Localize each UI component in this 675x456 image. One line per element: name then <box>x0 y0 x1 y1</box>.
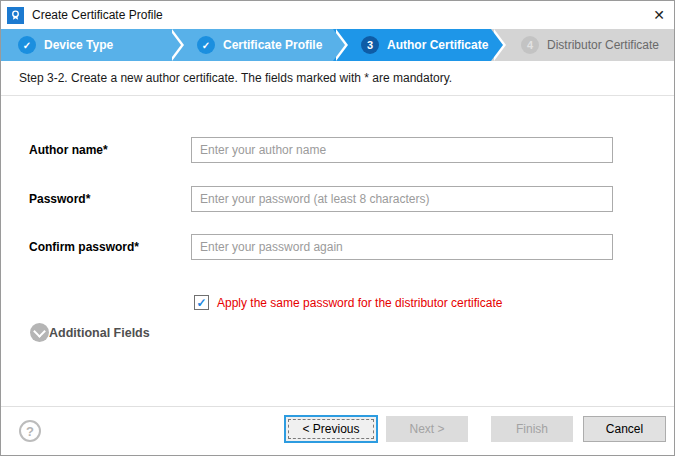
step-number-badge: 4 <box>521 36 539 54</box>
confirm-password-input[interactable] <box>191 234 613 260</box>
password-label: Password* <box>29 192 90 206</box>
next-button: Next > <box>386 416 468 442</box>
password-input[interactable] <box>191 186 613 212</box>
step-label: Distributor Certificate <box>547 38 659 52</box>
author-name-label: Author name* <box>29 143 108 157</box>
chevron-down-icon[interactable] <box>30 323 49 342</box>
finish-button: Finish <box>491 416 573 442</box>
instruction-text: Step 3-2. Create a new author certificat… <box>1 61 674 96</box>
additional-fields-label: Additional Fields <box>49 326 150 340</box>
window-title: Create Certificate Profile <box>32 8 163 22</box>
step-author-certificate: 3 Author Certificate <box>333 29 491 61</box>
step-device-type: ✓ Device Type <box>1 29 169 61</box>
step-check-icon: ✓ <box>18 36 36 54</box>
step-certificate-profile: ✓ Certificate Profile <box>169 29 333 61</box>
help-icon[interactable]: ? <box>19 420 41 442</box>
step-label: Author Certificate <box>387 38 488 52</box>
step-check-icon: ✓ <box>197 36 215 54</box>
wizard-steps: ✓ Device Type ✓ Certificate Profile 3 Au… <box>1 29 674 61</box>
create-certificate-profile-dialog: Create Certificate Profile ✕ ✓ Device Ty… <box>0 0 675 456</box>
confirm-password-label: Confirm password* <box>29 240 139 254</box>
same-password-checkbox[interactable]: ✓ <box>194 295 209 310</box>
same-password-label[interactable]: Apply the same password for the distribu… <box>217 296 502 310</box>
close-icon[interactable]: ✕ <box>644 3 674 27</box>
step-distributor-certificate: 4 Distributor Certificate <box>491 29 674 61</box>
title-bar: Create Certificate Profile ✕ <box>1 1 674 29</box>
cancel-button[interactable]: Cancel <box>583 416 666 442</box>
additional-fields-expander[interactable]: Additional Fields <box>30 323 150 342</box>
certificate-badge-icon <box>7 7 24 24</box>
step-label: Certificate Profile <box>223 38 322 52</box>
previous-button[interactable]: < Previous <box>284 415 378 443</box>
same-password-row: ✓ Apply the same password for the distri… <box>194 295 502 310</box>
step-label: Device Type <box>44 38 113 52</box>
step-number-badge: 3 <box>361 36 379 54</box>
footer-bar: ? < Previous Next > Finish Cancel <box>1 406 674 456</box>
author-name-input[interactable] <box>191 137 613 163</box>
